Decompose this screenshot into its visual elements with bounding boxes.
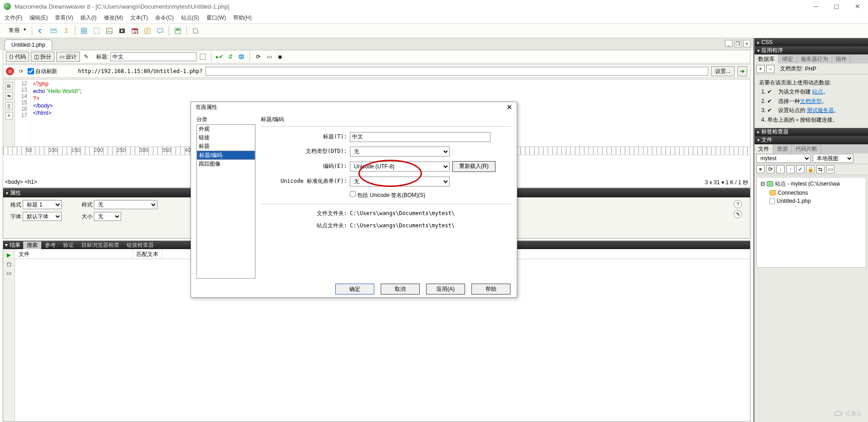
cat-title-encoding[interactable]: 标题/编码 [197,151,255,160]
menu-window[interactable]: 窗口(W) [204,13,229,23]
settings-button[interactable]: 设置... [711,66,735,76]
tab-assets[interactable]: 资源 [773,144,792,153]
dialog-close-icon[interactable]: ✕ [506,103,512,112]
expand-icon[interactable]: ▭ [826,165,834,173]
menu-insert[interactable]: 插入(I) [78,13,99,23]
results-tab-search[interactable]: 搜索 [23,241,41,249]
quick-tag-icon[interactable]: ✎ [734,210,742,218]
results-tab-browser-check[interactable]: 目标浏览器检查 [78,241,123,249]
menu-edit[interactable]: 编辑(E) [27,13,50,23]
date-icon[interactable]: 19 [130,26,140,36]
cat-tracing-image[interactable]: 跟踪图像 [197,160,255,168]
title-field[interactable] [350,132,490,142]
bom-checkbox[interactable]: 包括 Unicode 签名(BOM)(S) [350,191,425,199]
help-button[interactable]: 帮助 [471,284,510,294]
view-split-button[interactable]: ◫拆分 [31,52,54,62]
anchor-icon[interactable] [61,26,71,36]
cat-appearance[interactable]: 外观 [197,125,255,133]
menu-help[interactable]: 帮助(H) [230,13,255,23]
cat-headings[interactable]: 标题 [197,142,255,151]
tree-root[interactable]: ⊟ 站点 - mytest (C:\Users\wa [759,179,864,189]
test-server-link[interactable]: 测试服务器 [807,107,834,113]
validate-icon[interactable]: ▸✔ [215,52,224,61]
tree-file[interactable]: Untitled-1.php [759,197,864,205]
no-browser-check-icon[interactable] [198,52,207,61]
email-icon[interactable] [49,26,59,36]
server-include-icon[interactable] [142,26,152,36]
title-input[interactable] [110,52,196,61]
menu-text[interactable]: 文本(T) [128,13,151,23]
menu-modify[interactable]: 修改(M) [101,13,126,23]
tag-chooser-icon[interactable] [191,26,201,36]
close-button[interactable]: ✕ [847,0,868,13]
checkin-icon[interactable]: 🔒 [806,165,814,173]
media-icon[interactable] [117,26,127,36]
remove-button[interactable]: − [766,65,775,73]
view-options-icon[interactable]: ▭ [265,52,274,61]
results-tab-reference[interactable]: 参考 [41,241,59,249]
tab-files[interactable]: 文件 [755,144,773,153]
table-icon[interactable] [79,26,89,36]
doc-restore-icon[interactable]: ❐ [734,40,741,47]
tab-server-behaviors[interactable]: 服务器行为 [797,54,832,64]
div-icon[interactable] [92,26,102,36]
menu-file[interactable]: 文件(F) [2,13,25,23]
auto-refresh-checkbox[interactable]: 自动刷新 [28,68,57,75]
minimize-button[interactable]: ─ [805,0,826,13]
tree-folder[interactable]: Connections [759,189,864,197]
comment-icon[interactable] [155,26,165,36]
files-panel-header[interactable]: 文件 [755,136,868,144]
address-input[interactable] [206,67,708,76]
tab-snippets[interactable]: 代码片断 [792,144,821,153]
site-link[interactable]: 站点 [812,88,823,95]
normalization-select[interactable]: 无 [350,177,450,186]
connect-icon[interactable]: ⚭ [756,165,765,173]
go-button[interactable]: ➔ [737,66,747,76]
cat-links[interactable]: 链接 [197,133,255,142]
tab-components[interactable]: 组件 [832,54,851,64]
preview-icon[interactable] [237,52,246,61]
menu-site[interactable]: 站点(S) [178,13,202,23]
document-tab[interactable]: Untitled-1.php [5,39,52,50]
results-tab-validate[interactable]: 验证 [59,241,78,249]
col-match[interactable]: 匹配文本 [133,249,162,259]
apply-button[interactable]: 应用(A) [426,284,465,294]
line-numbers-icon[interactable]: # [5,112,13,119]
application-panel-header[interactable]: 应用程序 [755,46,868,54]
css-panel-header[interactable]: CSS [755,38,868,46]
tab-bindings[interactable]: 绑定 [779,54,797,64]
live-data-icon[interactable]: ✎ [82,52,91,61]
size-select[interactable]: 无 [94,212,121,221]
tag-inspector-header[interactable]: 标签检查器 [755,128,868,136]
menu-commands[interactable]: 命令(C) [152,13,177,23]
results-tab-link-check[interactable]: 链接检查器 [123,241,157,249]
sync-icon[interactable]: ⇆ [816,165,824,173]
play-icon[interactable]: ▶ [7,252,11,258]
insert-category-dropdown[interactable]: 常用 [5,25,28,36]
checkout-icon[interactable]: ✓ [796,165,804,173]
view-select[interactable]: 本地视图 [813,154,853,163]
cancel-button[interactable]: 取消 [381,284,420,294]
dtd-select[interactable]: 无 [350,147,450,157]
maximize-button[interactable]: ◻ [826,0,847,13]
save-result-icon[interactable]: ▭ [6,270,11,276]
doc-minimize-icon[interactable]: _ [725,40,732,47]
refresh-icon[interactable]: ⟳ [17,67,25,75]
help-icon[interactable]: ? [734,200,742,208]
doctype-link[interactable]: 文档类型 [800,98,822,104]
view-design-button[interactable]: ▭设计 [56,52,80,62]
category-list[interactable]: 外观 链接 标题 标题/编码 跟踪图像 [196,124,255,279]
visual-aids-icon[interactable]: ◉ [275,52,284,61]
site-select[interactable]: mytest [756,154,811,163]
templates-icon[interactable] [173,26,183,36]
put-icon[interactable]: ↑ [786,165,794,173]
ok-button[interactable]: 确定 [335,284,374,294]
expand-icon[interactable]: {} [5,102,13,109]
add-button[interactable]: + [756,65,765,73]
doc-close-icon[interactable]: × [743,40,750,47]
collapse-icon[interactable]: ⇆ [5,92,13,99]
refresh-icon[interactable]: ⟳ [254,52,263,61]
menu-view[interactable]: 查看(V) [52,13,76,23]
reload-button[interactable]: 重新载入(R) [452,161,495,172]
image-icon[interactable] [104,26,114,36]
